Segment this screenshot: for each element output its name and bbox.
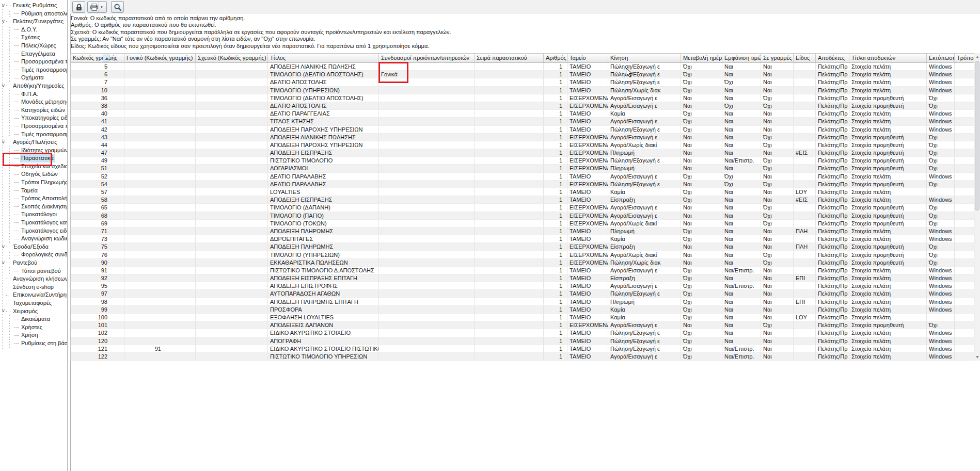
column-header-show_prices[interactable]: Εμφάνιση τιμών (722, 54, 761, 62)
table-row[interactable]: 101ΑΠΟΔΕΙΞΕΙΣ ΔΑΠΑΝΩΝ1ΕΙΣΕΡΧΟΜΕΝΑΑγορά/Ε… (71, 321, 980, 329)
sidebar-item-Χειρισμός[interactable]: ˅Χειρισμός (0, 307, 67, 316)
table-row[interactable]: 44ΑΠΟΔΕΙΞΗ ΠΑΡΟΧΗΣ ΥΠΗΡΕΣΙΩΝ1ΕΙΣΕΡΧΟΜΕΝΑ… (71, 141, 980, 149)
table-row[interactable]: 68ΤΙΜΟΛΟΓΙΟ (ΠΑΓΙΟ)1ΕΙΣΕΡΧΟΜΕΝΑΑγορά/Εισ… (71, 212, 980, 220)
table-row[interactable]: 97ΑΥΤΟΠΑΡΑΔΟΣΗ ΑΓΑΘΩΝ1ΤΑΜΕΙΟΠώληση/Εξαγω… (71, 290, 980, 298)
table-row[interactable]: 102ΕΙΔΙΚΟ ΑΚΥΡΩΤΙΚΟ ΣΤΟΙΧΕΙΟ1ΤΑΜΕΙΟΠώλησ… (71, 329, 980, 337)
sidebar-item-Ταχυμεταφορές[interactable]: Ταχυμεταφορές (0, 299, 67, 307)
sidebar-item-Τιμές προσαρμοσμένων τ[interactable]: Τιμές προσαρμοσμένων τ (0, 66, 67, 74)
sidebar-item-Φ.Π.Α.[interactable]: Φ.Π.Α. (0, 90, 67, 99)
column-header-title[interactable]: Τίτλος (268, 54, 379, 62)
sidebar-item-Υποκατηγορίες ειδών[interactable]: Υποκατηγορίες ειδών (0, 114, 67, 122)
sidebar-item-Κατηγορίες ειδών[interactable]: Κατηγορίες ειδών (0, 106, 67, 115)
table-row[interactable]: 73ΔΩΡΟΕΠΙΤΑΓΕΣ1ΤΑΜΕΙΟΚαμίαΌχιΝαιΝαιΠελάτ… (71, 235, 980, 243)
column-header-parent[interactable]: Γονικό (Κωδικός γραμμής) (124, 54, 196, 62)
column-header-num[interactable]: Αριθμός (544, 54, 567, 62)
chevron-expanded-icon[interactable]: ˅ (1, 3, 6, 8)
sidebar-item-Ρύθμιση αποστολών[interactable]: Ρύθμιση αποστολών (0, 10, 67, 18)
sidebar-item-Χρήση[interactable]: Χρήση (0, 331, 67, 339)
table-row[interactable]: 120ΑΠΟΓΡΑΦΗ1ΤΑΜΕΙΟΠώληση/Εξαγωγή εΌχιΝαι… (71, 337, 980, 345)
column-header-recipient_titles[interactable]: Τίτλοι αποδεκτών (849, 54, 927, 62)
column-header-combos[interactable]: Συνδυασμοί προϊόντων/υπηρεσιών (379, 54, 475, 62)
table-row[interactable]: 69ΤΙΜΟΛΟΓΙΟ (ΤΟΚΩΝ)1ΕΙΣΕΡΧΟΜΕΝΑΑγορά/Χωρ… (71, 220, 980, 228)
table-row[interactable]: 41ΤΙΤΛΟΣ ΚΤΗΣΗΣ1ΤΑΜΕΙΟΑγορά/Εισαγωγή εΌχ… (71, 118, 980, 125)
sidebar-item-Μονάδες μέτρησης[interactable]: Μονάδες μέτρησης (0, 98, 67, 106)
table-row[interactable]: 100ΕΞΟΦΛΗΣΗ LOYALTIES1ΤΑΜΕΙΟΚαμίαΌχιΝαιΝ… (71, 314, 980, 321)
sidebar-item-Τρόποι Πληρωμής[interactable]: Τρόποι Πληρωμής (0, 178, 67, 187)
sidebar-item-Γενικές Ρυθμίσεις[interactable]: ˅Γενικές Ρυθμίσεις (0, 2, 67, 10)
column-header-fund[interactable]: Ταμείο (567, 54, 608, 62)
sidebar-item-Δικαιώματα[interactable]: Δικαιώματα (0, 315, 67, 323)
search-button[interactable] (111, 1, 124, 13)
chevron-expanded-icon[interactable]: ˅ (1, 245, 6, 250)
sidebar-item-Επικοινωνία/Συντήρηση[interactable]: Επικοινωνία/Συντήρηση (0, 291, 67, 299)
table-row[interactable]: 47ΑΠΟΔΕΙΞΗ ΕΙΣΠΡΑΞΗΣ1ΕΙΣΕΡΧΟΜΕΝΑΠληρωμήΝ… (71, 149, 980, 157)
vertical-scrollbar[interactable] (974, 53, 980, 361)
scroll-down-arrow[interactable] (974, 353, 980, 361)
sidebar-item-Πόλεις/Χώρες[interactable]: Πόλεις/Χώρες (0, 42, 67, 50)
sidebar-item-Προσαρμοσμένα πεδία[interactable]: Προσαρμοσμένα πεδία (0, 122, 67, 131)
column-header-recipients[interactable]: Αποδέκτες (816, 54, 849, 62)
sidebar-item-Οχήματα[interactable]: Οχήματα (0, 74, 67, 82)
sidebar-item-Ραντεβού[interactable]: ˅Ραντεβού (0, 259, 67, 267)
column-header-day_change[interactable]: Μεταβολή ημέρας (681, 54, 722, 62)
table-row[interactable]: 49ΠΙΣΤΩΤΙΚΟ ΤΙΜΟΛΟΓΙΟ1ΕΙΣΕΡΧΟΜΕΝΑΠώληση/… (71, 157, 980, 165)
chevron-expanded-icon[interactable]: ˅ (1, 140, 6, 145)
table-row[interactable]: 10ΤΙΜΟΛΟΓΙΟ (ΥΠΗΡΕΣΙΩΝ)1ΤΑΜΕΙΟΠώληση/Χωρ… (71, 87, 980, 94)
table-row[interactable]: 98ΑΠΟΔΕΙΞΗ ΠΛΗΡΩΜΗΣ ΕΠΙΤΑΓΗ1ΤΑΜΕΙΟΠληρωμ… (71, 298, 980, 306)
table-row[interactable]: 92ΑΠΟΔΕΙΞΗ ΕΙΣΠΡΑΞΗΣ ΕΠΙΤΑΓΗ1ΤΑΜΕΙΟΕίσπρ… (71, 274, 980, 282)
print-dropdown-arrow[interactable]: ▾ (99, 2, 105, 12)
table-row[interactable]: 58ΑΠΟΔΕΙΞΗ ΕΙΣΠΡΑΞΗΣ1ΤΑΜΕΙΟΕίσπραξηΌχιΝα… (71, 196, 980, 204)
sidebar-item-Επαγγέλματα[interactable]: Επαγγέλματα (0, 50, 67, 58)
table-row[interactable]: 51ΛΟΓΑΡΙΑΣΜΟΙ1ΕΙΣΕΡΧΟΜΕΝΑΠληρωμήΝαιΝαιΌχ… (71, 165, 980, 172)
column-header-kind[interactable]: Είδος (794, 54, 816, 62)
chevron-expanded-icon[interactable]: ˅ (1, 308, 6, 314)
sidebar-item-Σχέσεις[interactable]: Σχέσεις (0, 34, 67, 42)
sidebar-item-Τιμοκατάλογος κατηγορικ[interactable]: Τιμοκατάλογος κατηγορικ (0, 219, 67, 227)
table-row[interactable]: 75ΑΠΟΔΕΙΞΗ ΠΛΗΡΩΜΗΣ1ΕΙΣΕΡΧΟΜΕΝΑΕίσπραξηΝ… (71, 243, 980, 251)
sidebar-item-Έσοδα/Έξοδα[interactable]: ˅Έσοδα/Έξοδα (0, 243, 67, 251)
chevron-expanded-icon[interactable]: ˅ (1, 19, 6, 24)
sidebar-item-Χρήστες[interactable]: Χρήστες (0, 323, 67, 332)
chevron-expanded-icon[interactable]: ˅ (1, 84, 6, 89)
table-row[interactable]: 38ΔΕΛΤΙΟ ΑΠΟΣΤΟΛΗΣ1ΕΙΣΕΡΧΟΜΕΝΑΑγορά/Εισα… (71, 102, 980, 110)
table-row[interactable]: 40ΔΕΛΤΙΟ ΠΑΡΑΓΓΕΛΙΑΣ1ΤΑΜΕΙΟΚαμίαΌχιΝαιΝα… (71, 110, 980, 118)
sidebar-item-Σκοπός Διακίνησης[interactable]: Σκοπός Διακίνησης (0, 203, 67, 211)
table-row[interactable]: 52ΔΕΛΤΙΟ ΠΑΡΑΛΑΒΗΣ1ΤΑΜΕΙΟΑγορά/Εισαγωγή … (71, 173, 980, 181)
sidebar-item-Δ.Ο.Υ.[interactable]: Δ.Ο.Υ. (0, 26, 67, 34)
table-row[interactable]: 71ΑΠΟΔΕΙΞΗ ΠΛΗΡΩΜΗΣ1ΤΑΜΕΙΟΠληρωμήΌχιΝαιΝ… (71, 228, 980, 235)
lock-button[interactable] (72, 1, 85, 13)
scrollbar-thumb[interactable] (975, 61, 979, 210)
table-row[interactable]: 122ΠΙΣΤΩΤΙΚΟ ΤΙΜΟΛΟΓΙΟ ΥΠΗΡΕΣΙΩΝ1ΤΑΜΕΙΟΑ… (71, 353, 980, 361)
sidebar-item-Ταμεία[interactable]: Ταμεία (0, 187, 67, 195)
table-row[interactable]: 76ΤΙΜΟΛΟΓΙΟ (ΥΠΗΡΕΣΙΩΝ)1ΕΙΣΕΡΧΟΜΕΝΑΑγορά… (71, 251, 980, 259)
table-row[interactable]: 99ΠΡΟΣΦΟΡΑ1ΤΑΜΕΙΟΚαμίαΌχιΝαιΝαιΠελάτης/Π… (71, 306, 980, 314)
sidebar-item-Φορολογικές συνδέσεις[interactable]: Φορολογικές συνδέσεις (0, 251, 67, 259)
table-row[interactable]: 12191ΕΙΔΙΚΟ ΑΚΥΡΩΤΙΚΟ ΣΤΟΙΧΕΙΟ ΠΙΣΤΩΤΙΚΟ… (71, 345, 980, 353)
table-row[interactable]: 36ΤΙΜΟΛΟΓΙΟ (ΔΕΛΤΙΟ ΑΠΟΣΤΟΛΗΣ)1ΕΙΣΕΡΧΟΜΕ… (71, 94, 980, 102)
sidebar-item-Αναγνώριση κλήσεων[interactable]: Αναγνώριση κλήσεων (0, 275, 67, 283)
column-header-code[interactable]: Κωδικός γραμμής (71, 54, 124, 62)
sidebar-item-Τιμές προσαρμοσμένων τ[interactable]: Τιμές προσαρμοσμένων τ (0, 131, 67, 139)
column-header-series[interactable]: Σειρά παραστατικού (475, 54, 544, 62)
scroll-up-arrow[interactable] (974, 53, 980, 60)
print-button[interactable]: ▾ (87, 1, 107, 13)
table-row[interactable]: 90ΕΚΚΑΘΑΡΙΣΤΙΚΑ ΠΩΛΗΣΕΩΝ1ΕΙΣΕΡΧΟΜΕΝΑΠώλη… (71, 259, 980, 267)
column-header-movement[interactable]: Κίνηση (608, 54, 681, 62)
column-header-related[interactable]: Σχετικό (Κωδικός γραμμής) (196, 54, 268, 62)
sidebar-item-Αποθήκη/Υπηρεσίες[interactable]: ˅Αποθήκη/Υπηρεσίες (0, 82, 67, 90)
sidebar-item-Ρυθμίσεις στη βάση[interactable]: Ρυθμίσεις στη βάση (0, 339, 67, 348)
sidebar-item-Σύνδεση e-shop[interactable]: Σύνδεση e-shop (0, 283, 67, 291)
table-row[interactable]: 7ΔΕΛΤΙΟ ΑΠΟΣΤΟΛΗΣ1ΤΑΜΕΙΟΠώληση/Εξαγωγή ε… (71, 78, 980, 86)
table-row[interactable]: 65ΤΙΜΟΛΟΓΙΟ (ΔΑΠΑΝΗ)1ΕΙΣΕΡΧΟΜΕΝΑΑγορά/Ει… (71, 204, 980, 212)
table-row[interactable]: 43ΑΠΟΔΕΙΞΗ ΛΙΑΝΙΚΗΣ ΠΩΛΗΣΗΣ1ΕΙΣΕΡΧΟΜΕΝΑΑ… (71, 134, 980, 141)
column-header-print[interactable]: Εκτύπωση (927, 54, 955, 62)
table-row[interactable]: 95ΑΠΟΔΕΙΞΗ ΕΠΙΣΤΡΟΦΗΣ1ΤΑΜΕΙΟΑγορά/Εισαγω… (71, 282, 980, 290)
column-header-in_lines[interactable]: Σε γραμμές (761, 54, 794, 62)
table-row[interactable]: 54ΔΕΛΤΙΟ ΠΑΡΑΛΑΒΗΣ1ΕΙΣΕΡΧΟΜΕΝΑΠώληση/Εξα… (71, 181, 980, 188)
sidebar-item-Οδηγός Ειδών[interactable]: Οδηγός Ειδών (0, 170, 67, 178)
table-row[interactable]: 6ΤΙΜΟΛΟΓΙΟ (ΔΕΛΤΙΟ ΑΠΟΣΤΟΛΗΣ)Γονικά1ΤΑΜΕ… (71, 71, 980, 78)
sidebar-item-Αγορές/Πωλήσεις[interactable]: ˅Αγορές/Πωλήσεις (0, 138, 67, 147)
table-row[interactable]: 91ΠΙΣΤΩΤΙΚΟ ΤΙΜΟΛΟΓΙΟ Δ.ΑΠΟΣΤΟΛΗΣ1ΤΑΜΕΙΟ… (71, 267, 980, 274)
table-row[interactable]: 42ΑΠΟΔΕΙΞΗ ΠΑΡΟΧΗΣ ΥΠΗΡΕΣΙΩΝ1ΤΑΜΕΙΟΠώλησ… (71, 126, 980, 134)
sidebar-item-Πελάτες/Συνεργάτες[interactable]: ˅Πελάτες/Συνεργάτες (0, 18, 67, 26)
